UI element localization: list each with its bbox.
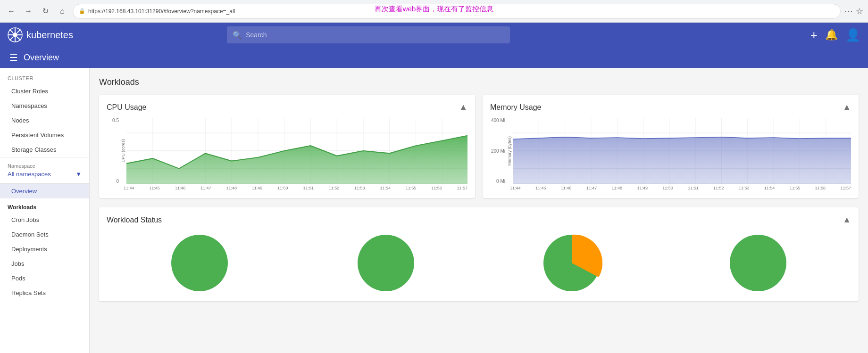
cluster-section-header: Cluster: [0, 68, 89, 84]
sidebar-item-daemon-sets[interactable]: Daemon Sets: [0, 227, 89, 242]
notifications-icon[interactable]: 🔔: [825, 29, 838, 41]
sidebar-item-storage-classes[interactable]: Storage Classes: [0, 142, 89, 157]
breadcrumb-bar: ☰ Overview: [0, 47, 868, 68]
svg-marker-26: [126, 136, 467, 184]
search-icon: 🔍: [233, 31, 242, 40]
search-bar[interactable]: 🔍: [227, 26, 510, 43]
sidebar-item-overview[interactable]: Overview: [0, 184, 89, 198]
sidebar-item-cron-jobs[interactable]: Cron Jobs: [0, 213, 89, 227]
memory-x-ticks: 11:4411:4511:4611:4711:4811:4911:5011:51…: [490, 186, 851, 190]
pie-svg-4: [727, 232, 789, 294]
user-avatar[interactable]: 👤: [845, 28, 860, 42]
namespace-value: All namespaces: [8, 171, 51, 178]
pie-chart-4: [727, 232, 789, 294]
bookmark-icon[interactable]: ☆: [856, 6, 863, 16]
namespace-select[interactable]: All namespaces ▼: [8, 171, 82, 178]
charts-row: CPU Usage ▲ 0.5 0 CPU (cores): [99, 95, 859, 198]
namespace-section: Namespace All namespaces ▼: [0, 157, 89, 184]
pie-svg-1: [169, 232, 230, 294]
pie-charts-row: [107, 232, 851, 294]
cpu-chart-svg: [126, 118, 467, 184]
k8s-logo-icon: [8, 27, 23, 42]
svg-marker-43: [513, 137, 851, 184]
workload-status-collapse[interactable]: ▲: [843, 215, 851, 225]
sidebar-item-replica-sets[interactable]: Replica Sets: [0, 286, 89, 300]
workloads-section-header: Workloads: [0, 198, 89, 213]
sidebar-item-cluster-roles[interactable]: Cluster Roles: [0, 84, 89, 99]
workloads-title: Workloads: [99, 77, 859, 87]
logo[interactable]: kubernetes: [8, 27, 73, 42]
cpu-chart-collapse[interactable]: ▲: [459, 102, 467, 112]
chevron-down-icon: ▼: [75, 171, 82, 178]
workload-status-title: Workload Status: [107, 216, 162, 224]
sidebar-item-jobs[interactable]: Jobs: [0, 256, 89, 271]
forward-button[interactable]: →: [22, 5, 35, 18]
browser-actions: ⋯ ☆: [844, 6, 863, 16]
pie-svg-3: [541, 232, 602, 294]
svg-point-45: [358, 235, 414, 291]
cpu-chart-title: CPU Usage: [107, 103, 146, 112]
topbar: kubernetes 🔍 + 🔔 👤: [0, 23, 868, 47]
sidebar-item-persistent-volumes[interactable]: Persistent Volumes: [0, 128, 89, 142]
sidebar-item-deployments[interactable]: Deployments: [0, 242, 89, 256]
cpu-y-label: CPU (cores): [121, 139, 125, 163]
cpu-chart-card: CPU Usage ▲ 0.5 0 CPU (cores): [99, 95, 475, 198]
address-bar[interactable]: 🔒 https://192.168.43.101:31290/#/overvie…: [73, 4, 841, 19]
sidebar-item-namespaces[interactable]: Namespaces: [0, 99, 89, 113]
svg-point-47: [730, 235, 786, 291]
memory-chart-svg: [513, 118, 851, 184]
memory-y-axis: 400 Mi 200 Mi 0 Mi: [490, 118, 507, 184]
cpu-y-axis: 0.5 0: [107, 118, 121, 184]
pie-chart-3: [541, 232, 602, 294]
breadcrumb-title: Overview: [24, 53, 59, 63]
svg-point-44: [171, 235, 228, 291]
sidebar-item-nodes[interactable]: Nodes: [0, 113, 89, 128]
memory-y-label: Memory (bytes): [507, 136, 512, 166]
hamburger-icon[interactable]: ☰: [9, 52, 18, 63]
workload-status-card: Workload Status ▲: [99, 207, 859, 301]
pie-svg-2: [355, 232, 417, 294]
back-button[interactable]: ←: [5, 5, 18, 18]
pie-chart-1: [169, 232, 230, 294]
memory-chart-card: Memory Usage ▲ 400 Mi 200 Mi 0 Mi Memory…: [483, 95, 859, 198]
add-button[interactable]: +: [810, 28, 818, 42]
topbar-actions: + 🔔 👤: [810, 28, 860, 42]
more-icon[interactable]: ⋯: [844, 6, 853, 16]
pie-chart-2: [355, 232, 417, 294]
home-button[interactable]: ⌂: [56, 5, 69, 18]
memory-chart-title: Memory Usage: [490, 103, 541, 112]
url-text: https://192.168.43.101:31290/#/overview?…: [88, 8, 235, 15]
reload-button[interactable]: ↻: [39, 5, 52, 18]
memory-chart-collapse[interactable]: ▲: [843, 102, 851, 112]
logo-text: kubernetes: [26, 30, 73, 41]
svg-point-1: [13, 33, 17, 37]
sidebar: Cluster Cluster Roles Namespaces Nodes P…: [0, 68, 90, 353]
namespace-label: Namespace: [8, 163, 82, 169]
sidebar-item-pods[interactable]: Pods: [0, 271, 89, 286]
cpu-x-ticks: 11:4411:4511:4611:4711:4811:4911:5011:51…: [107, 186, 467, 190]
main-content: Workloads CPU Usage ▲ 0.5 0: [90, 68, 868, 353]
lock-icon: 🔒: [79, 8, 85, 14]
search-input[interactable]: [246, 31, 504, 39]
